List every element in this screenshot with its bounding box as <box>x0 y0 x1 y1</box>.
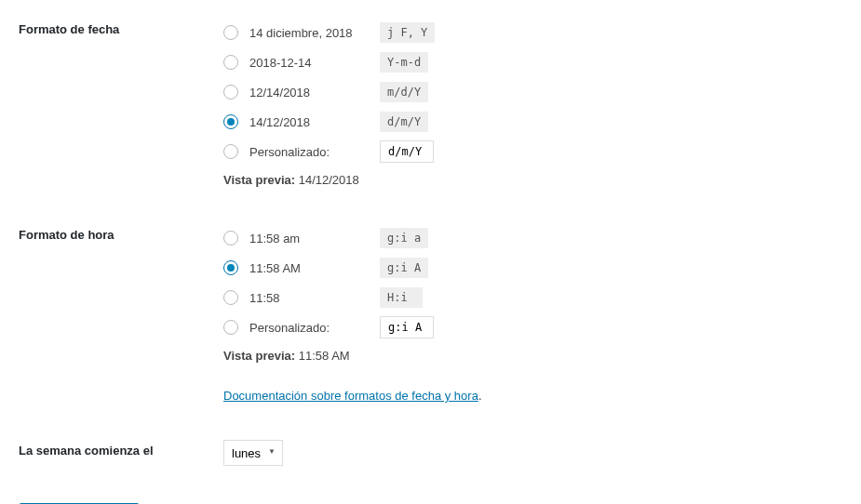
date-format-row: Formato de fecha 14 diciembre, 2018 j F,… <box>19 19 842 187</box>
date-custom-input[interactable] <box>380 140 434 163</box>
time-custom-label: Personalizado: <box>249 321 380 335</box>
date-radio-0[interactable] <box>223 25 238 40</box>
time-radio-custom[interactable] <box>223 320 238 335</box>
documentation-link[interactable]: Documentación sobre formatos de fecha y … <box>223 389 478 403</box>
time-radio-0[interactable] <box>223 231 238 245</box>
time-radio-2[interactable] <box>223 290 238 305</box>
date-preview: Vista previa: 14/12/2018 <box>223 173 842 187</box>
week-start-content: lunes <box>223 440 842 466</box>
date-radio-custom[interactable] <box>223 144 238 159</box>
date-code-1: Y-m-d <box>380 52 428 73</box>
time-preview: Vista previa: 11:58 AM <box>223 349 842 363</box>
date-code-0: j F, Y <box>380 22 435 43</box>
time-format-content: 11:58 am g:i a 11:58 AM g:i A 11:58 H:i … <box>223 224 842 403</box>
time-custom-input[interactable] <box>380 316 434 338</box>
week-start-select-wrap: lunes <box>223 440 283 466</box>
date-format-label: Formato de fecha <box>19 19 223 187</box>
date-preview-label: Vista previa: <box>223 173 295 187</box>
date-code-3: d/m/Y <box>380 112 428 132</box>
date-radio-3[interactable] <box>223 114 238 129</box>
date-radio-2[interactable] <box>223 85 238 99</box>
time-option-custom: Personalizado: <box>223 313 842 341</box>
time-format-label: Formato de hora <box>19 224 223 403</box>
date-display-3: 14/12/2018 <box>249 115 380 129</box>
time-preview-label: Vista previa: <box>223 349 295 363</box>
week-start-select[interactable]: lunes <box>223 440 283 466</box>
doc-link-period: . <box>478 389 482 403</box>
date-option-3: 14/12/2018 d/m/Y <box>223 108 842 136</box>
time-display-2: 11:58 <box>249 291 380 305</box>
date-radio-1[interactable] <box>223 55 238 70</box>
time-display-0: 11:58 am <box>249 232 380 245</box>
time-format-row: Formato de hora 11:58 am g:i a 11:58 AM … <box>19 224 842 403</box>
time-preview-value: 11:58 AM <box>299 349 350 363</box>
date-display-0: 14 diciembre, 2018 <box>249 26 380 40</box>
week-start-label: La semana comienza el <box>19 440 223 466</box>
date-option-2: 12/14/2018 m/d/Y <box>223 78 842 106</box>
date-preview-value: 14/12/2018 <box>299 173 359 187</box>
time-display-1: 11:58 AM <box>249 261 380 275</box>
date-code-2: m/d/Y <box>380 82 428 102</box>
time-option-2: 11:58 H:i <box>223 284 842 312</box>
week-start-row: La semana comienza el lunes <box>19 440 842 466</box>
time-option-1: 11:58 AM g:i A <box>223 254 842 282</box>
date-display-2: 12/14/2018 <box>249 86 380 99</box>
time-code-0: g:i a <box>380 228 428 248</box>
time-option-0: 11:58 am g:i a <box>223 224 842 252</box>
date-custom-label: Personalizado: <box>249 145 380 159</box>
time-code-1: g:i A <box>380 258 428 278</box>
time-radio-1[interactable] <box>223 260 238 275</box>
date-option-1: 2018-12-14 Y-m-d <box>223 48 842 76</box>
date-display-1: 2018-12-14 <box>249 56 380 70</box>
date-option-0: 14 diciembre, 2018 j F, Y <box>223 19 842 46</box>
date-option-custom: Personalizado: <box>223 138 842 166</box>
time-code-2: H:i <box>380 287 423 308</box>
date-format-content: 14 diciembre, 2018 j F, Y 2018-12-14 Y-m… <box>223 19 842 187</box>
